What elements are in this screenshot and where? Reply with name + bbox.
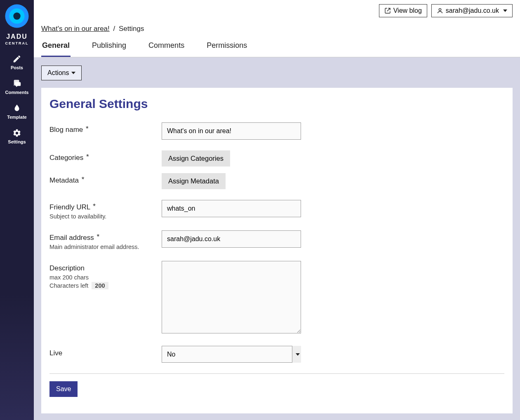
friendly-url-input[interactable] — [162, 200, 301, 217]
label-categories: Categories — [49, 154, 83, 162]
sidebar-item-label: Template — [7, 115, 26, 120]
assign-metadata-button[interactable]: Assign Metadata — [162, 173, 226, 189]
help-description-chars: Characters left 200 — [49, 282, 162, 289]
row-description: Description max 200 chars Characters lef… — [49, 261, 504, 335]
assign-categories-button[interactable]: Assign Categories — [162, 150, 230, 167]
row-categories: Categories * Assign Categories — [49, 150, 504, 167]
sidebar: JADU CENTRAL Posts Comments Template Set… — [0, 0, 34, 420]
sidebar-item-comments[interactable]: Comments — [0, 74, 34, 99]
breadcrumb-link[interactable]: What's on in our area! — [41, 25, 110, 33]
breadcrumb: What's on in our area! / Settings — [41, 25, 520, 33]
tab-publishing[interactable]: Publishing — [91, 41, 127, 57]
tabs: General Publishing Comments Permissions — [41, 41, 520, 57]
brand-logo[interactable]: JADU CENTRAL — [0, 2, 34, 49]
row-metadata: Metadata * Assign Metadata — [49, 173, 504, 189]
chars-left-count: 200 — [92, 282, 108, 289]
label-description: Description — [49, 264, 85, 272]
logo-icon — [4, 3, 30, 29]
tab-general[interactable]: General — [41, 41, 71, 57]
brand-subtitle: CENTRAL — [0, 41, 34, 45]
brand-name: JADU — [0, 33, 34, 40]
help-description-max: max 200 chars — [49, 274, 162, 281]
sidebar-item-posts[interactable]: Posts — [0, 49, 34, 74]
row-live: Live No — [49, 346, 504, 363]
label-live: Live — [49, 349, 62, 357]
tab-permissions[interactable]: Permissions — [206, 41, 248, 57]
sidebar-item-label: Settings — [8, 139, 26, 144]
divider — [49, 373, 504, 374]
required-marker: * — [96, 233, 99, 241]
page-header: What's on in our area! / Settings Genera… — [34, 0, 520, 57]
label-friendly-url: Friendly URL — [49, 203, 90, 211]
row-blog-name: Blog name * — [49, 122, 504, 140]
breadcrumb-separator: / — [113, 25, 115, 33]
pencil-icon — [11, 54, 23, 63]
label-email: Email address — [49, 234, 94, 242]
description-textarea[interactable] — [162, 261, 301, 333]
required-marker: * — [93, 202, 96, 210]
required-marker: * — [86, 153, 89, 161]
content-area: Actions General Settings Blog name * Cat… — [34, 57, 520, 420]
blog-name-input[interactable] — [162, 122, 301, 140]
row-email: Email address * Main administrator email… — [49, 230, 504, 250]
sidebar-item-settings[interactable]: Settings — [0, 124, 34, 148]
label-metadata: Metadata — [49, 176, 79, 184]
settings-panel: General Settings Blog name * Categories … — [41, 88, 513, 413]
panel-title: General Settings — [49, 97, 504, 111]
breadcrumb-current: Settings — [119, 25, 144, 33]
required-marker: * — [82, 176, 85, 183]
save-button[interactable]: Save — [49, 381, 78, 397]
actions-dropdown-button[interactable]: Actions — [41, 66, 82, 80]
label-blog-name: Blog name — [49, 126, 83, 134]
gear-icon — [11, 129, 23, 138]
help-friendly-url: Subject to availability. — [49, 213, 162, 220]
sidebar-item-label: Posts — [11, 65, 23, 70]
live-select[interactable]: No — [162, 346, 301, 363]
sidebar-item-label: Comments — [5, 90, 29, 95]
svg-point-2 — [13, 12, 20, 19]
required-marker: * — [86, 125, 89, 133]
actions-label: Actions — [47, 69, 69, 77]
tab-comments[interactable]: Comments — [148, 41, 185, 57]
sidebar-item-template[interactable]: Template — [0, 99, 34, 124]
row-friendly-url: Friendly URL * Subject to availability. — [49, 200, 504, 220]
email-input[interactable] — [162, 230, 301, 248]
chars-left-label: Characters left — [49, 282, 88, 289]
help-email: Main administrator email address. — [49, 244, 162, 250]
caret-down-icon — [71, 72, 75, 74]
comments-icon — [11, 79, 23, 88]
droplet-icon — [11, 104, 23, 113]
